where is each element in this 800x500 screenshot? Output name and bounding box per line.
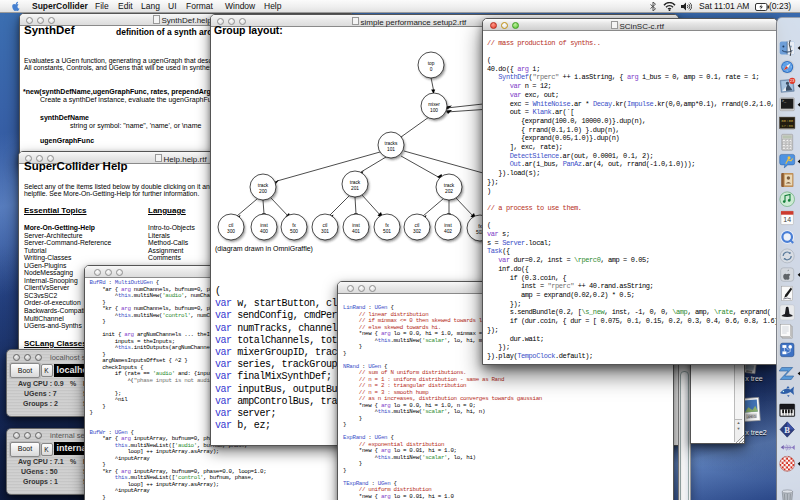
svg-text:501: 501 [383,229,391,234]
svg-text:ctl: ctl [323,223,328,228]
svg-text:100: 100 [430,108,438,113]
svg-text:400: 400 [260,229,268,234]
svg-text:track: track [350,180,361,185]
svg-text:401: 401 [352,229,360,234]
svg-text:JPEG: JPEG [747,415,757,420]
svg-text:fx: fx [385,223,389,228]
svg-text:B: B [784,425,790,435]
svg-text:23: 23 [790,79,794,83]
svg-text:101: 101 [387,147,395,152]
svg-text:top: top [428,61,435,66]
svg-text:inst: inst [352,223,360,228]
svg-text:inst: inst [260,223,268,228]
svg-text:402: 402 [444,229,452,234]
svg-text:ctl: ctl [229,223,234,228]
svg-text:301: 301 [321,229,329,234]
svg-text:0: 0 [430,67,433,72]
svg-text:fx: fx [292,223,296,228]
svg-text:201: 201 [351,186,359,191]
svg-text:track: track [258,183,269,188]
svg-text:300: 300 [227,229,235,234]
svg-text:200: 200 [259,189,267,194]
svg-text:202: 202 [445,189,453,194]
svg-text:mixer: mixer [428,102,440,107]
svg-text:17:06: 17:06 [781,124,794,128]
svg-text:track: track [444,183,455,188]
svg-text:ctl: ctl [415,223,420,228]
svg-text:88:88: 88:88 [781,119,794,123]
svg-text:inst: inst [444,223,452,228]
svg-text:14: 14 [783,216,791,223]
svg-text:500: 500 [290,229,298,234]
svg-text:302: 302 [413,229,421,234]
svg-text:tracks: tracks [385,141,398,146]
